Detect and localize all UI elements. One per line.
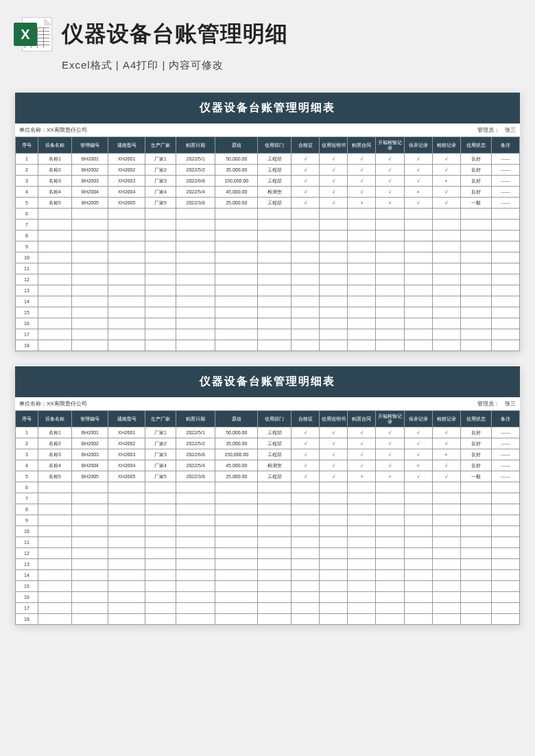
cell-maint: √ [404,471,432,482]
cell-empty [348,526,376,537]
cell-empty [404,493,432,504]
cell-empty [108,493,145,504]
cell-empty [72,340,108,351]
cell-empty [432,515,460,526]
cell-date: 2022/5/1 [176,154,215,165]
cell-empty [460,329,491,340]
cell-empty [432,329,460,340]
cell-cont: √ [348,165,376,176]
cell-empty [38,231,71,241]
cell-num: BH2005 [72,471,108,482]
cell-empty [258,252,292,263]
column-header: 检校记录 [432,411,460,427]
cell-empty [176,548,215,559]
column-header: 规格型号 [108,411,145,427]
cell-name: 名称3 [38,449,71,460]
cell-empty [38,482,71,493]
cell-empty [348,252,376,263]
cell-empty [72,296,108,307]
cell-empty [432,548,460,559]
cell-note: —— [491,198,519,209]
cell-note: —— [491,471,519,482]
cell-name: 名称1 [38,427,71,438]
cell-cal: √ [432,187,460,198]
cell-empty [404,231,432,241]
cell-seq: 2 [16,165,38,176]
cell-empty [376,274,404,285]
cell-insp: √ [376,449,404,460]
cell-empty [404,274,432,285]
column-header: 序号 [16,137,38,154]
cell-empty [404,526,432,537]
cell-empty [491,252,519,263]
cell-empty [176,614,215,625]
cell-empty [348,307,376,318]
cell-empty [258,340,292,351]
cell-empty [348,285,376,296]
cell-empty [258,515,292,526]
cell-empty [432,493,460,504]
cell-empty [320,252,348,263]
cell-empty [348,318,376,329]
cell-seq: 10 [16,526,38,537]
cell-empty [491,241,519,252]
cell-empty [108,274,145,285]
cell-empty [460,614,491,625]
cell-maint: √ [404,438,432,449]
cell-maint: √ [404,176,432,187]
column-header: 使用部门 [258,137,292,154]
cell-note: —— [491,460,519,471]
cell-empty [38,614,71,625]
cell-empty [292,252,320,263]
cell-empty [176,493,215,504]
cell-empty [176,209,215,220]
table-row: 9 [16,515,520,526]
cell-empty [404,515,432,526]
cell-empty [72,231,108,241]
cell-empty [176,592,215,603]
table-row: 18 [16,340,520,351]
cell-dept: 工程部 [258,438,292,449]
cell-cert: √ [292,438,320,449]
cell-empty [215,209,258,220]
cell-empty [176,482,215,493]
cell-empty [491,231,519,241]
cell-dept: 工程部 [258,427,292,438]
cell-empty [176,220,215,231]
column-header: 合格证 [292,137,320,154]
column-header: 使用状态 [460,137,491,154]
excel-icon: X [14,15,52,54]
cell-empty [108,329,145,340]
cell-empty [145,318,176,329]
cell-empty [432,559,460,570]
cell-empty [72,263,108,274]
cell-dept: 工程部 [258,471,292,482]
cell-num: BH2001 [72,427,108,438]
table-row: 6 [16,209,520,220]
cell-empty [145,220,176,231]
cell-empty [215,526,258,537]
cell-man: √ [320,165,348,176]
cell-empty [38,263,71,274]
cell-empty [320,548,348,559]
cell-empty [215,231,258,241]
cell-empty [432,526,460,537]
cell-empty [108,537,145,548]
cell-empty [72,614,108,625]
cell-empty [38,493,71,504]
cell-empty [38,307,71,318]
cell-mfr: 厂家3 [145,176,176,187]
cell-empty [460,274,491,285]
cell-empty [176,581,215,592]
cell-empty [460,296,491,307]
cell-empty [215,493,258,504]
cell-empty [258,241,292,252]
admin-label: 管理员： 张三 [477,400,516,407]
cell-name: 名称5 [38,198,71,209]
column-header: 使用部门 [258,411,292,427]
cell-insp: √ [376,427,404,438]
cell-model: XH2002 [108,165,145,176]
sheet: 仪器设备台账管理明细表单位名称：XX有限责任公司管理员： 张三序号设备名称管理编… [15,93,520,351]
cell-seq: 13 [16,559,38,570]
cell-empty [145,570,176,581]
